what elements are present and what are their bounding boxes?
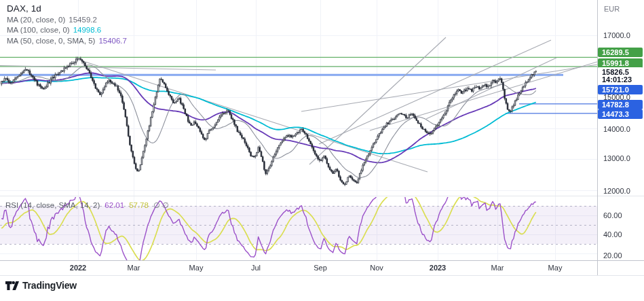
price-tick: 60.00 xyxy=(603,211,622,219)
indicator-value: 15406.7 xyxy=(98,37,127,45)
time-tick: 2023 xyxy=(430,264,446,272)
price-tick: 13000.0 xyxy=(603,154,630,162)
price-badge-blue: 14473.3 xyxy=(598,109,643,119)
rsi-legend-label: RSI (14, close, SMA, 14, 2) xyxy=(5,201,100,209)
tradingview-logo-icon xyxy=(5,281,19,290)
price-badge-blue: 15721.0 xyxy=(598,85,643,94)
time-tick: May xyxy=(189,264,204,272)
rsi-empty-values: ∅ ∅ xyxy=(153,201,169,209)
time-tick: Mar xyxy=(128,264,140,272)
tradingview-chart-window: DAX, 1d MA (20, close, 0)15459.2MA (100,… xyxy=(0,0,644,301)
indicator-row[interactable]: MA (50, close, 0, SMA, 5)15406.7 xyxy=(7,37,127,45)
tradingview-logo-text: TradingView xyxy=(22,280,77,291)
price-badge-blue: 14782.8 xyxy=(598,100,643,109)
axis-currency-label: EUR xyxy=(604,5,620,13)
chart-canvas[interactable] xyxy=(0,0,644,301)
indicator-value: 14998.6 xyxy=(73,26,102,34)
rsi-legend[interactable]: RSI (14, close, SMA, 14, 2)62.0157.78∅ ∅ xyxy=(5,200,174,210)
price-badge-last: 14:01:23 xyxy=(598,75,643,84)
time-tick: Jul xyxy=(251,264,261,272)
time-tick: 2022 xyxy=(70,264,86,272)
time-tick: Mar xyxy=(491,264,504,272)
time-tick: May xyxy=(548,264,563,272)
indicator-value: 15459.2 xyxy=(69,16,97,24)
rsi-ma-value: 57.78 xyxy=(129,201,149,209)
price-badge-green: 15991.8 xyxy=(598,58,643,68)
price-axis[interactable]: EUR 17000.015000.014000.013000.012000.06… xyxy=(598,0,644,276)
time-tick: Nov xyxy=(370,264,383,272)
price-tick: 40.00 xyxy=(603,230,622,238)
indicator-label: MA (50, close, 0, SMA, 5) xyxy=(7,37,95,45)
time-tick: Sep xyxy=(314,264,327,272)
time-axis[interactable]: 2022MarMayJulSepNov2023MarMay xyxy=(0,261,644,275)
indicator-row[interactable]: MA (100, close, 0)14998.6 xyxy=(7,26,127,34)
price-tick: 14000.0 xyxy=(603,125,630,133)
rsi-value: 62.01 xyxy=(105,201,124,209)
indicator-row[interactable]: MA (20, close, 0)15459.2 xyxy=(7,16,127,24)
indicator-label: MA (100, close, 0) xyxy=(7,26,70,34)
symbol-title[interactable]: DAX, 1d xyxy=(7,3,127,14)
price-tick: 20.00 xyxy=(603,251,622,260)
price-badge-green: 16289.5 xyxy=(598,48,643,57)
tradingview-logo[interactable]: TradingView xyxy=(5,280,77,291)
symbol-legend: DAX, 1d MA (20, close, 0)15459.2MA (100,… xyxy=(7,3,127,45)
price-tick: 12000.0 xyxy=(603,187,630,195)
indicator-label: MA (20, close, 0) xyxy=(7,16,65,24)
indicator-legend-rows: MA (20, close, 0)15459.2MA (100, close, … xyxy=(7,16,127,44)
price-tick: 17000.0 xyxy=(603,31,630,39)
